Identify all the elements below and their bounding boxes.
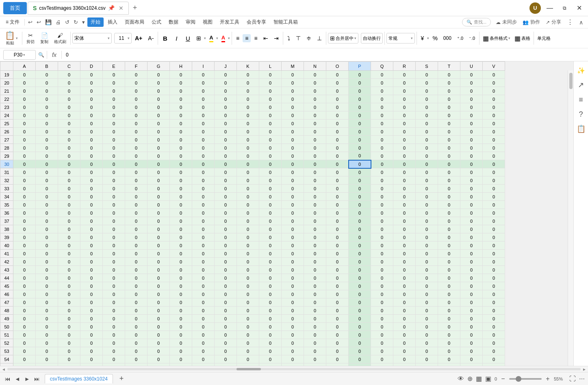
cell-A36[interactable]: 0 [13, 209, 36, 217]
cell-A32[interactable]: 0 [13, 176, 36, 185]
auto-wrap-button[interactable]: 自动换行 [361, 33, 383, 44]
cell-F25[interactable]: 0 [125, 120, 148, 128]
cell-S27[interactable]: 0 [416, 136, 438, 144]
cell-F20[interactable]: 0 [125, 79, 148, 87]
cell-N20[interactable]: 0 [304, 79, 326, 87]
cell-E22[interactable]: 0 [103, 95, 125, 103]
merge-dropdown[interactable]: ▾ [354, 36, 356, 40]
cell-T44[interactable]: 0 [438, 274, 460, 282]
cell-F35[interactable]: 0 [125, 201, 148, 209]
cell-U47[interactable]: 0 [460, 298, 483, 307]
tab-home[interactable]: 首页 [3, 2, 27, 14]
cell-Q40[interactable]: 0 [371, 241, 393, 250]
cell-H41[interactable]: 0 [170, 250, 192, 258]
cell-O20[interactable]: 0 [326, 79, 349, 87]
cell-L36[interactable]: 0 [259, 209, 282, 217]
cell-S38[interactable]: 0 [416, 225, 438, 233]
cell-P51[interactable]: 0 [349, 331, 371, 339]
cell-O34[interactable]: 0 [326, 193, 349, 201]
cell-D19[interactable]: 0 [80, 71, 103, 79]
cell-K50[interactable]: 0 [237, 323, 259, 331]
cell-D38[interactable]: 0 [80, 225, 103, 233]
cell-L45[interactable]: 0 [259, 282, 282, 290]
cell-J48[interactable]: 0 [215, 307, 237, 315]
search-box[interactable]: 🔍 查找... [462, 18, 491, 26]
cell-I22[interactable]: 0 [192, 95, 215, 103]
cell-G41[interactable]: 0 [148, 250, 170, 258]
cell-C53[interactable]: 0 [58, 347, 80, 355]
cell-S28[interactable]: 0 [416, 144, 438, 152]
cell-M38[interactable]: 0 [282, 225, 304, 233]
row-header-41[interactable]: 41 [0, 250, 13, 258]
cell-V21[interactable]: 0 [483, 87, 505, 95]
cell-V26[interactable]: 0 [483, 128, 505, 136]
cell-G54[interactable]: 0 [148, 355, 170, 363]
cell-F37[interactable]: 0 [125, 217, 148, 225]
cell-C25[interactable]: 0 [58, 120, 80, 128]
cell-C47[interactable]: 0 [58, 298, 80, 307]
cell-M52[interactable]: 0 [282, 339, 304, 347]
cell-H24[interactable]: 0 [170, 111, 192, 120]
cell-V27[interactable]: 0 [483, 136, 505, 144]
cell-D24[interactable]: 0 [80, 111, 103, 120]
cell-K43[interactable]: 0 [237, 266, 259, 274]
cell-H28[interactable]: 0 [170, 144, 192, 152]
cell-ref-dropdown[interactable]: ▾ [23, 53, 25, 57]
cell-K21[interactable]: 0 [237, 87, 259, 95]
cell-H47[interactable]: 0 [170, 298, 192, 307]
cell-R44[interactable]: 0 [393, 274, 416, 282]
cell-Q27[interactable]: 0 [371, 136, 393, 144]
cell-B35[interactable]: 0 [36, 201, 58, 209]
cell-J21[interactable]: 0 [215, 87, 237, 95]
cell-A50[interactable]: 0 [13, 323, 36, 331]
quick-access-button[interactable]: ↗ [575, 79, 587, 91]
cell-K51[interactable]: 0 [237, 331, 259, 339]
cell-H23[interactable]: 0 [170, 103, 192, 111]
cell-R51[interactable]: 0 [393, 331, 416, 339]
row-header-55[interactable]: 55 [0, 363, 13, 366]
cell-K52[interactable]: 0 [237, 339, 259, 347]
cell-T31[interactable]: 0 [438, 168, 460, 176]
cell-S37[interactable]: 0 [416, 217, 438, 225]
cell-E28[interactable]: 0 [103, 144, 125, 152]
cell-N30[interactable]: 0 [304, 160, 326, 168]
cell-C36[interactable]: 0 [58, 209, 80, 217]
grid-viewport[interactable]: A B C D E F G H I J K L M [0, 61, 573, 366]
cell-O26[interactable]: 0 [326, 128, 349, 136]
cell-P38[interactable]: 0 [349, 225, 371, 233]
cell-E37[interactable]: 0 [103, 217, 125, 225]
cell-reference-box[interactable]: P30 ▾ [3, 50, 36, 60]
cell-U49[interactable]: 0 [460, 315, 483, 323]
cell-B49[interactable]: 0 [36, 315, 58, 323]
cell-M49[interactable]: 0 [282, 315, 304, 323]
cell-N39[interactable]: 0 [304, 233, 326, 241]
cell-D40[interactable]: 0 [80, 241, 103, 250]
cell-M29[interactable]: 0 [282, 152, 304, 160]
cell-C19[interactable]: 0 [58, 71, 80, 79]
col-header-A[interactable]: A [13, 62, 36, 71]
cell-G24[interactable]: 0 [148, 111, 170, 120]
cell-P50[interactable]: 0 [349, 323, 371, 331]
cell-P54[interactable]: 0 [349, 355, 371, 363]
cell-E51[interactable]: 0 [103, 331, 125, 339]
cell-O32[interactable]: 0 [326, 176, 349, 185]
cell-B32[interactable]: 0 [36, 176, 58, 185]
cell-K30[interactable]: 0 [237, 160, 259, 168]
cell-L49[interactable]: 0 [259, 315, 282, 323]
cell-I30[interactable]: 0 [192, 160, 215, 168]
cell-G47[interactable]: 0 [148, 298, 170, 307]
cell-U26[interactable]: 0 [460, 128, 483, 136]
cell-Q55[interactable]: 0 [371, 363, 393, 366]
cell-F21[interactable]: 0 [125, 87, 148, 95]
cell-D23[interactable]: 0 [80, 103, 103, 111]
cell-I51[interactable]: 0 [192, 331, 215, 339]
undo2-icon[interactable]: ↺ [63, 18, 71, 26]
cell-E27[interactable]: 0 [103, 136, 125, 144]
cell-E54[interactable]: 0 [103, 355, 125, 363]
number-format-dropdown[interactable]: ▾ [411, 36, 413, 40]
cell-G42[interactable]: 0 [148, 258, 170, 266]
cell-Q28[interactable]: 0 [371, 144, 393, 152]
cell-R43[interactable]: 0 [393, 266, 416, 274]
row-header-37[interactable]: 37 [0, 217, 13, 225]
cell-N53[interactable]: 0 [304, 347, 326, 355]
